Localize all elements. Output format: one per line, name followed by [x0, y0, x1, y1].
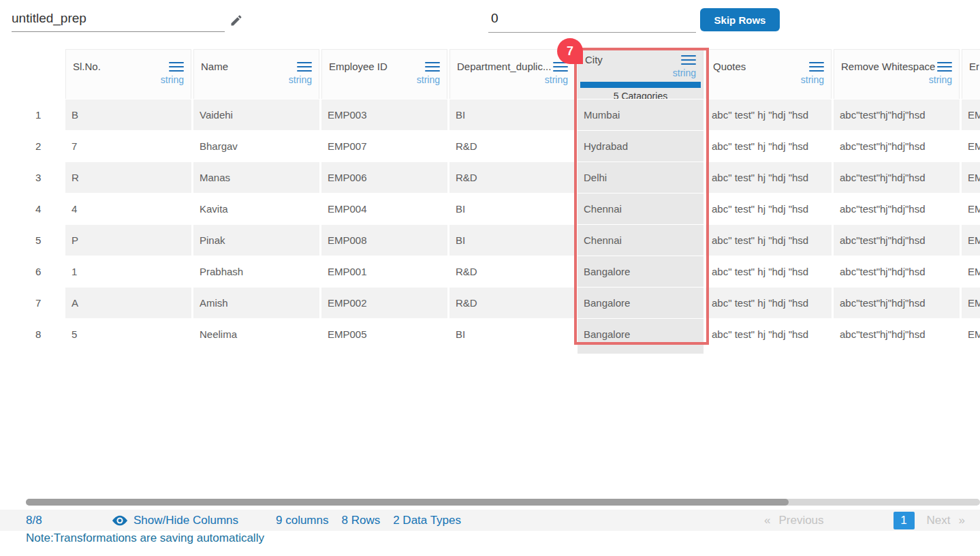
- table-cell[interactable]: Chennai: [578, 225, 704, 256]
- table-cell[interactable]: R&D: [449, 162, 575, 193]
- column-header-top: Remove Whitespace: [841, 61, 952, 72]
- table-cell[interactable]: Delhi: [578, 162, 704, 193]
- column-label: Employee ID: [329, 61, 388, 72]
- table-cell[interactable]: EMP005: [321, 319, 447, 350]
- table-cell[interactable]: Kavita: [193, 194, 319, 224]
- table-cell[interactable]: Manas: [193, 162, 319, 193]
- column-header-2[interactable]: Namestring: [193, 49, 319, 99]
- table-cell[interactable]: abc"test"hj"hdj"hsd: [834, 194, 960, 224]
- table-cell[interactable]: R&D: [449, 288, 575, 318]
- table-cell[interactable]: EMP004: [321, 194, 447, 224]
- column-label: Remove Whitespace: [841, 61, 935, 72]
- table-cell[interactable]: Prabhash: [193, 256, 319, 287]
- column-menu-icon[interactable]: [809, 62, 824, 72]
- column-header-5[interactable]: Citystring5 Catagories: [578, 49, 704, 99]
- show-hide-columns-label: Show/Hide Columns: [133, 510, 238, 531]
- skip-rows-input[interactable]: 0: [488, 6, 696, 33]
- table-cell[interactable]: Bhargav: [193, 131, 319, 161]
- table-cell[interactable]: abc"test"hj"hdj"hsd: [834, 256, 960, 287]
- column-header-7[interactable]: Remove Whitespacestring: [834, 49, 960, 99]
- table-cell[interactable]: EMP003: [321, 99, 447, 130]
- table-cell[interactable]: abc" test" hj "hdj "hsd: [706, 162, 832, 193]
- column-header-1[interactable]: Sl.No.string: [65, 49, 191, 99]
- table-cell[interactable]: Pinak: [193, 225, 319, 256]
- table-cell[interactable]: Bangalore: [578, 256, 704, 287]
- column-header-4[interactable]: Department_duplic...string: [449, 49, 575, 99]
- table-cell[interactable]: EM: [962, 162, 980, 193]
- table-cell[interactable]: B: [65, 99, 191, 130]
- table-cell[interactable]: 4: [65, 194, 191, 224]
- table-cell[interactable]: abc"test"hj"hdj"hsd: [834, 162, 960, 193]
- previous-arrow[interactable]: «: [764, 510, 770, 531]
- table-cell[interactable]: 7: [65, 131, 191, 161]
- table-cell[interactable]: Vaidehi: [193, 99, 319, 130]
- table-cell[interactable]: EMP007: [321, 131, 447, 161]
- table-cell[interactable]: 1: [65, 256, 191, 287]
- previous-button[interactable]: Previous: [778, 510, 823, 531]
- row-number: 8: [26, 319, 63, 350]
- table-cell[interactable]: Bangalore: [578, 288, 704, 318]
- table-cell[interactable]: A: [65, 288, 191, 318]
- column-menu-icon[interactable]: [937, 62, 952, 72]
- table-cell[interactable]: abc"test"hj"hdj"hsd: [834, 131, 960, 161]
- table-cell[interactable]: abc" test" hj "hdj "hsd: [706, 225, 832, 256]
- table-cell[interactable]: EM: [962, 256, 980, 287]
- prep-name-input[interactable]: untitled_prep: [12, 7, 225, 32]
- table-cell[interactable]: EMP001: [321, 256, 447, 287]
- table-cell[interactable]: EM: [962, 225, 980, 256]
- column-header-3[interactable]: Employee IDstring: [321, 49, 447, 99]
- column-menu-icon[interactable]: [169, 62, 184, 72]
- row-number: 4: [26, 194, 63, 224]
- skip-rows-button[interactable]: Skip Rows: [700, 8, 780, 31]
- horizontal-scrollbar-thumb[interactable]: [26, 499, 789, 506]
- page-1-button[interactable]: 1: [894, 512, 915, 529]
- table-cell[interactable]: EMP008: [321, 225, 447, 256]
- column-menu-icon[interactable]: [297, 62, 312, 72]
- table-cell[interactable]: Neelima: [193, 319, 319, 350]
- table-cell[interactable]: abc" test" hj "hdj "hsd: [706, 99, 832, 130]
- table-cell[interactable]: R&D: [449, 256, 575, 287]
- table-cell[interactable]: abc" test" hj "hdj "hsd: [706, 131, 832, 161]
- column-header-8[interactable]: Erstring: [962, 49, 980, 99]
- table-cell[interactable]: EM: [962, 99, 980, 130]
- column-header-6[interactable]: Quotesstring: [706, 49, 832, 99]
- table-cell[interactable]: BI: [449, 99, 575, 130]
- table-cell[interactable]: abc" test" hj "hdj "hsd: [706, 319, 832, 350]
- table-cell[interactable]: EM: [962, 131, 980, 161]
- table-cell[interactable]: Chennai: [578, 194, 704, 224]
- table-cell[interactable]: abc"test"hj"hdj"hsd: [834, 225, 960, 256]
- table-cell[interactable]: abc" test" hj "hdj "hsd: [706, 288, 832, 318]
- table-cell[interactable]: P: [65, 225, 191, 256]
- edit-name-icon[interactable]: [230, 14, 243, 27]
- next-arrow[interactable]: »: [959, 510, 965, 531]
- table-cell[interactable]: EM: [962, 288, 980, 318]
- autosave-note: Note:Transformations are saving automati…: [26, 531, 264, 545]
- horizontal-scrollbar-track[interactable]: [26, 499, 980, 506]
- column-label: City: [585, 54, 603, 65]
- column-type-label: string: [580, 67, 701, 78]
- table-cell[interactable]: Mumbai: [578, 99, 704, 130]
- table-cell[interactable]: EMP006: [321, 162, 447, 193]
- row-number: 5: [26, 225, 63, 256]
- table-cell[interactable]: EM: [962, 194, 980, 224]
- table-cell[interactable]: EMP002: [321, 288, 447, 318]
- column-menu-icon[interactable]: [681, 55, 696, 65]
- table-cell[interactable]: EM: [962, 319, 980, 350]
- table-cell[interactable]: 5: [65, 319, 191, 350]
- column-menu-icon[interactable]: [425, 62, 440, 72]
- table-cell[interactable]: R&D: [449, 131, 575, 161]
- table-cell[interactable]: R: [65, 162, 191, 193]
- next-button[interactable]: Next: [927, 510, 951, 531]
- table-cell[interactable]: BI: [449, 319, 575, 350]
- table-cell[interactable]: abc" test" hj "hdj "hsd: [706, 256, 832, 287]
- table-cell[interactable]: abc"test"hj"hdj"hsd: [834, 319, 960, 350]
- table-cell[interactable]: abc"test"hj"hdj"hsd: [834, 99, 960, 130]
- table-cell[interactable]: abc"test"hj"hdj"hsd: [834, 288, 960, 318]
- table-cell[interactable]: abc" test" hj "hdj "hsd: [706, 194, 832, 224]
- table-cell[interactable]: Amish: [193, 288, 319, 318]
- city-column-footer-strip: [578, 343, 704, 354]
- table-cell[interactable]: BI: [449, 194, 575, 224]
- table-cell[interactable]: Hydrabad: [578, 131, 704, 161]
- show-hide-columns-button[interactable]: Show/Hide Columns: [112, 510, 238, 531]
- table-cell[interactable]: BI: [449, 225, 575, 256]
